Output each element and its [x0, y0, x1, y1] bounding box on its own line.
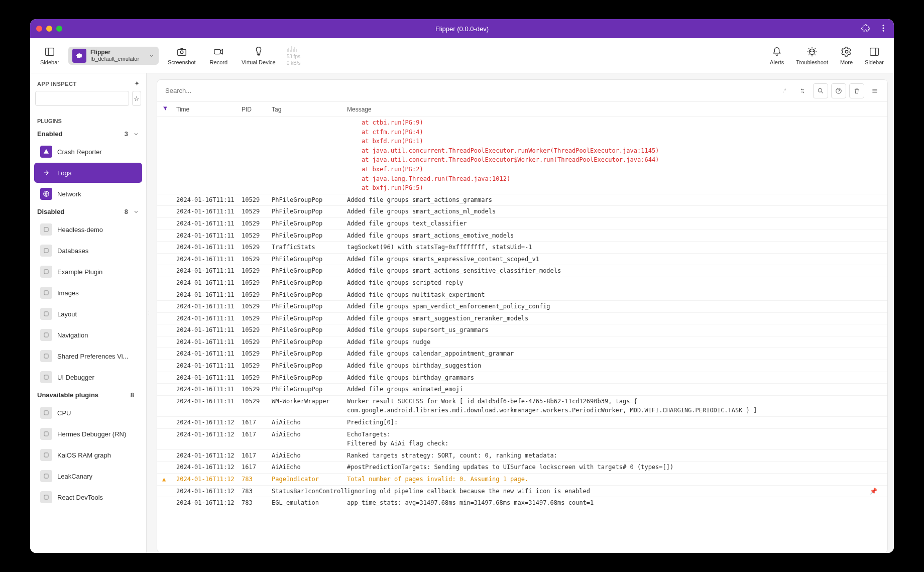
log-rows[interactable]: at ctbi.run(PG:9) at ctfm.run(PG:4) at b…	[157, 117, 887, 552]
col-time[interactable]: Time	[176, 106, 242, 113]
col-tag[interactable]: Tag	[272, 106, 347, 113]
log-row[interactable]: 2024-01-16T11:1110529PhFileGroupPopAdded…	[157, 230, 887, 242]
plugin-icon	[40, 188, 52, 200]
log-row[interactable]: 2024-01-16T11:121617AiAiEchoRanked targe…	[157, 450, 887, 462]
plugin-label: Navigation	[57, 331, 88, 339]
log-row[interactable]: 2024-01-16T11:1110529PhFileGroupPopAdded…	[157, 289, 887, 301]
screenshot-label: Screenshot	[168, 59, 196, 65]
search-icon[interactable]	[813, 83, 828, 98]
alerts-label: Alerts	[770, 59, 784, 65]
sidebar-search-input[interactable]	[35, 91, 129, 106]
fps-value: 53 fps	[287, 53, 302, 60]
plugin-label: LeakCanary	[57, 473, 92, 480]
perf-stats: 53 fps 0 kB/s	[287, 45, 302, 66]
plugin-group[interactable]: Unavailable plugins8	[30, 388, 146, 402]
more-button[interactable]: More	[835, 43, 858, 68]
col-msg[interactable]: Message	[347, 106, 887, 113]
log-row[interactable]: 2024-01-16T11:1110529PhFileGroupPopAdded…	[157, 313, 887, 325]
plugin-item[interactable]: Navigation	[34, 325, 142, 345]
chevron-down-icon	[149, 53, 155, 59]
menu-icon[interactable]	[867, 83, 882, 98]
svg-rect-21	[44, 333, 48, 337]
plugin-item[interactable]: UI Debugger	[34, 367, 142, 387]
plugin-item[interactable]: Databases	[34, 241, 142, 261]
plugin-item[interactable]: Images	[34, 283, 142, 303]
svg-rect-24	[44, 411, 48, 415]
plugin-icon	[40, 223, 52, 236]
plugin-item[interactable]: Headless-demo	[34, 219, 142, 240]
plugin-label: Headless-demo	[57, 226, 103, 234]
plugin-item[interactable]: CPU	[34, 403, 142, 423]
plugin-label: Logs	[57, 169, 71, 177]
regex-toggle[interactable]: .*	[777, 83, 792, 98]
favorite-button[interactable]: ☆	[132, 91, 141, 106]
svg-rect-20	[44, 312, 48, 316]
log-row[interactable]: 2024-01-16T11:1110529PhFileGroupPopAdded…	[157, 194, 887, 206]
plugin-icon	[40, 491, 52, 503]
plugin-icon	[40, 266, 52, 278]
device-selector[interactable]: Flipper fb_default_emulator	[68, 47, 159, 65]
log-row[interactable]: 2024-01-16T11:1110529PhFileGroupPopAdded…	[157, 324, 887, 336]
log-row[interactable]: 2024-01-16T11:1110529PhFileGroupPopAdded…	[157, 348, 887, 360]
log-row[interactable]: 2024-01-16T11:1110529PhFileGroupPopAdded…	[157, 265, 887, 277]
log-row[interactable]: 2024-01-16T11:1110529PhFileGroupPopAdded…	[157, 277, 887, 289]
record-button[interactable]: Record	[205, 43, 233, 68]
pin-icon[interactable]: 📌	[870, 487, 877, 496]
log-row[interactable]: 2024-01-16T11:1110529PhFileGroupPopAdded…	[157, 218, 887, 230]
log-row[interactable]: 2024-01-16T11:1110529PhFileGroupPopAdded…	[157, 206, 887, 218]
plugin-item[interactable]: Example Plugin	[34, 262, 142, 282]
filter-icon[interactable]	[162, 105, 176, 113]
sidebar-resizer[interactable]: ⋮	[147, 73, 151, 553]
svg-rect-18	[44, 270, 48, 274]
alerts-button[interactable]: Alerts	[765, 43, 789, 68]
log-search-input[interactable]	[162, 83, 774, 98]
log-row[interactable]: 2024-01-16T11:1110529PhFileGroupPopAdded…	[157, 360, 887, 372]
plugin-item[interactable]: Hermes Debugger (RN)	[34, 424, 142, 444]
plugin-icon	[40, 308, 52, 320]
plugin-icon: !	[40, 146, 52, 158]
plugin-item[interactable]: !Crash Reporter	[34, 142, 142, 162]
plugin-group[interactable]: Disabled8	[30, 205, 146, 218]
log-row[interactable]: at ctbi.run(PG:9) at ctfm.run(PG:4) at b…	[157, 117, 887, 194]
virtual-device-button[interactable]: Virtual Device	[237, 43, 281, 68]
plugin-label: Images	[57, 289, 79, 297]
plugin-item[interactable]: Logs	[34, 163, 142, 183]
trash-icon[interactable]	[849, 83, 864, 98]
troubleshoot-button[interactable]: Troubleshoot	[791, 43, 833, 68]
swap-icon[interactable]	[795, 83, 810, 98]
plugin-item[interactable]: KaiOS RAM graph	[34, 445, 142, 465]
log-row[interactable]: 2024-01-16T11:1110529WM-WorkerWrapperWor…	[157, 396, 887, 417]
record-label: Record	[210, 59, 227, 65]
log-row[interactable]: 2024-01-16T11:121617AiAiEcho#postPredict…	[157, 462, 887, 474]
plugin-group[interactable]: Enabled3	[30, 127, 146, 141]
log-row[interactable]: 2024-01-16T11:1110529PhFileGroupPopAdded…	[157, 372, 887, 384]
plugin-icon	[40, 371, 52, 383]
log-row[interactable]: 2024-01-16T11:1110529PhFileGroupPopAdded…	[157, 336, 887, 349]
svg-rect-3	[46, 48, 54, 55]
log-row[interactable]: 2024-01-16T11:12783EGL_emulationapp_time…	[157, 497, 887, 509]
log-row[interactable]: 2024-01-16T11:1110529PhFileGroupPopAdded…	[157, 301, 887, 313]
screenshot-button[interactable]: Screenshot	[163, 43, 201, 68]
log-row[interactable]: 2024-01-16T11:1110529TrafficStatstagSock…	[157, 242, 887, 254]
help-icon[interactable]	[831, 83, 846, 98]
plugin-item[interactable]: React DevTools	[34, 487, 142, 507]
log-row[interactable]: 2024-01-16T11:121617AiAiEchoPredicting[0…	[157, 417, 887, 429]
log-row[interactable]: ▲2024-01-16T11:12783PageIndicatorTotal n…	[157, 474, 887, 486]
log-row[interactable]: 2024-01-16T11:1110529PhFileGroupPopAdded…	[157, 384, 887, 396]
log-row[interactable]: 2024-01-16T11:121617AiAiEchoEchoTargets:…	[157, 429, 887, 450]
plugin-item[interactable]: Network	[34, 184, 142, 204]
plugin-icon	[40, 449, 52, 461]
svg-rect-28	[44, 495, 48, 499]
plugin-item[interactable]: Shared Preferences Vi...	[34, 346, 142, 366]
more-label: More	[840, 59, 853, 65]
toggle-left-sidebar[interactable]: Sidebar	[35, 43, 64, 68]
log-row[interactable]: 2024-01-16T11:1110529PhFileGroupPopAdded…	[157, 254, 887, 266]
log-row[interactable]: 2024-01-16T11:12783StatusBarIconControll…	[157, 486, 887, 498]
sparkle-icon[interactable]: ✦	[135, 80, 140, 87]
plugin-item[interactable]: LeakCanary	[34, 466, 142, 486]
plugin-item[interactable]: Layout	[34, 304, 142, 324]
toggle-right-sidebar[interactable]: Sidebar	[860, 43, 889, 68]
col-pid[interactable]: PID	[242, 106, 272, 113]
window-title: Flipper (0.0.0-dev)	[30, 25, 894, 33]
device-name: Flipper	[90, 49, 139, 56]
